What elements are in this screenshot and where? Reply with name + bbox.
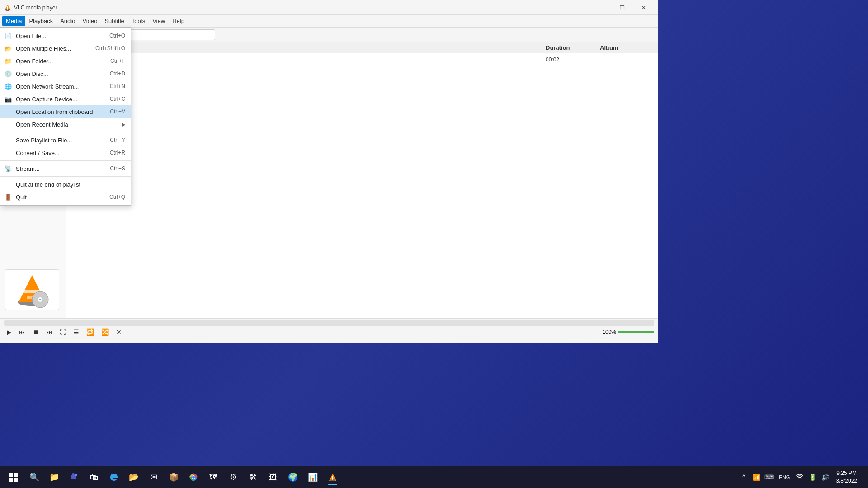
menu-open-network[interactable]: 🌐 Open Network Stream... Ctrl+N [0,80,131,93]
menu-subtitle[interactable]: Subtitle [101,16,127,26]
column-headers: Duration Album [66,42,658,53]
col-duration: Duration [546,44,600,51]
open-network-icon: 🌐 [4,82,12,90]
taskbar-vlc[interactable] [324,468,342,486]
open-multiple-label: Open Multiple Files... [16,45,92,52]
menu-open-capture[interactable]: 📷 Open Capture Device... Ctrl+C [0,93,131,105]
maximize-button[interactable]: ❐ [612,0,632,15]
taskbar-dropbox[interactable]: 📦 [165,468,183,486]
menu-quit[interactable]: 🚪 Quit Ctrl+Q [0,191,131,203]
media-dropdown-menu: 📄 Open File... Ctrl+O 📂 Open Multiple Fi… [0,27,131,206]
taskbar-photos[interactable]: 🖼 [264,468,282,486]
menu-open-recent[interactable]: Open Recent Media ▶ [0,118,131,131]
col-title [70,44,546,51]
clock-area[interactable]: 9:25 PM 3/8/2022 [832,469,861,485]
playlist-toggle-button[interactable]: ☰ [71,328,82,337]
open-capture-shortcut: Ctrl+C [110,96,125,102]
repeat-button[interactable]: 🔁 [84,328,97,337]
taskbar-teams[interactable] [65,468,83,486]
taskbar-dev-tools[interactable]: 🛠 [244,468,262,486]
fullscreen-button[interactable]: ⛶ [57,328,69,337]
menu-open-folder[interactable]: 📁 Open Folder... Ctrl+F [0,55,131,67]
open-file-icon: 📄 [4,32,12,40]
menu-tools[interactable]: Tools [128,16,149,26]
menu-stream[interactable]: 📡 Stream... Ctrl+S [0,162,131,175]
convert-shortcut: Ctrl+R [110,150,125,156]
taskbar-browser2[interactable]: 🌍 [284,468,302,486]
tray-lang[interactable]: ENG [776,468,793,486]
vlc-title-icon [4,4,11,11]
minimize-button[interactable]: — [590,0,611,15]
row-title [70,56,546,63]
tray-battery[interactable]: 🔋 [807,468,818,486]
convert-icon [4,149,12,157]
menu-playback[interactable]: Playback [25,16,57,26]
next-button[interactable]: ⏭ [43,328,55,337]
taskbar-edge[interactable] [105,468,123,486]
quit-icon: 🚪 [4,193,12,201]
volume-percent-label: 100% [602,329,616,335]
tray-wifi[interactable] [794,468,805,486]
save-playlist-icon [4,136,12,144]
menu-media[interactable]: Media [2,16,25,26]
taskbar-settings[interactable]: ⚙ [224,468,242,486]
seek-bar[interactable] [4,320,654,326]
svg-point-20 [332,479,333,480]
open-network-label: Open Network Stream... [16,83,106,90]
title-bar: VLC media player — ❐ ✕ [0,0,658,15]
quit-label: Quit [16,194,106,201]
col-album: Album [600,44,654,51]
menu-open-multiple-files[interactable]: 📂 Open Multiple Files... Ctrl+Shift+O [0,42,131,55]
menu-convert[interactable]: Convert / Save... Ctrl+R [0,146,131,159]
stream-icon: 📡 [4,164,12,173]
volume-area: 100% [602,329,654,335]
taskbar-files[interactable]: 📂 [125,468,143,486]
play-button[interactable]: ▶ [4,328,14,337]
tray-expand[interactable]: ^ [738,468,749,486]
open-network-shortcut: Ctrl+N [110,83,125,89]
tray-volume[interactable]: 🔊 [820,468,830,486]
prev-button[interactable]: ⏮ [16,328,28,337]
stop-button[interactable]: ⏹ [30,328,42,337]
open-disc-shortcut: Ctrl+D [110,70,125,77]
close-button[interactable]: ✕ [633,0,654,15]
open-location-shortcut: Ctrl+V [110,108,125,115]
vlc-logo-box [5,269,59,310]
menu-help[interactable]: Help [169,16,188,26]
shuffle-button[interactable]: 🔀 [99,328,112,337]
tray-bars[interactable]: 📶 [751,468,762,486]
playback-buttons: ▶ ⏮ ⏹ ⏭ ⛶ ☰ 🔁 🔀 ✕ 100% [0,326,658,338]
taskbar-file-explorer[interactable]: 📁 [45,468,63,486]
start-button[interactable] [4,467,24,487]
playlist-content: 00:02 [66,53,658,318]
taskbar-analytics[interactable]: 📊 [304,468,322,486]
quit-end-icon [4,180,12,188]
stream-label: Stream... [16,165,106,172]
menu-quit-end[interactable]: Quit at the end of playlist [0,178,131,191]
clock-time: 9:25 PM [836,469,857,477]
open-disc-icon: 💿 [4,70,12,78]
menu-open-file[interactable]: 📄 Open File... Ctrl+O [0,29,131,42]
separator-3 [0,176,131,177]
volume-slider[interactable] [618,331,654,333]
open-location-icon [4,108,12,116]
taskbar-chrome[interactable] [184,468,203,486]
clock-date: 3/8/2022 [836,477,857,485]
ext-button[interactable]: ✕ [113,328,124,337]
menu-open-location[interactable]: Open Location from clipboard Ctrl+V [0,105,131,118]
system-tray: ^ 📶 ⌨ ENG 🔋 🔊 9:25 PM 3/8/2022 [738,468,864,486]
tray-keyboard[interactable]: ⌨ [764,468,774,486]
taskbar-mail[interactable]: ✉ [145,468,163,486]
table-row[interactable]: 00:02 [70,55,654,64]
taskbar-search[interactable]: 🔍 [25,468,43,486]
menu-save-playlist[interactable]: Save Playlist to File... Ctrl+Y [0,134,131,146]
menu-video[interactable]: Video [79,16,101,26]
taskbar-store[interactable]: 🛍 [85,468,103,486]
taskbar-maps[interactable]: 🗺 [204,468,222,486]
window-controls: — ❐ ✕ [590,0,654,15]
menu-open-disc[interactable]: 💿 Open Disc... Ctrl+D [0,67,131,80]
menu-audio[interactable]: Audio [57,16,79,26]
open-folder-shortcut: Ctrl+F [110,58,125,64]
menu-view[interactable]: View [149,16,169,26]
save-playlist-shortcut: Ctrl+Y [110,137,125,143]
